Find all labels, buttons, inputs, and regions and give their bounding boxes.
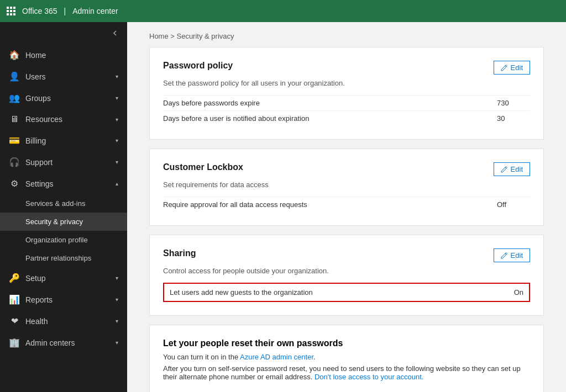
password-notify-row: Days before a user is notified about exp… [163,110,530,126]
sharing-highlighted-row: Let users add new guests to the organiza… [163,283,530,302]
password-policy-subtitle: Set the password policy for all users in… [163,79,530,87]
chevron-down-icon: ▾ [116,318,118,324]
chevron-down-icon: ▾ [116,137,118,144]
support-icon: 🎧 [9,157,20,167]
app-name[interactable]: Office 365 [22,7,57,15]
sidebar-item-label: Resources [25,115,110,124]
sidebar-item-health[interactable]: ❤ Health ▾ [0,310,127,332]
password-policy-card: Password policy Edit Set the password po… [149,47,544,140]
sidebar-item-label: Reports [25,295,110,304]
sidebar-item-resources[interactable]: 🖥 Resources ▾ [0,109,127,130]
security-privacy-label: Security & privacy [25,218,83,226]
chevron-down-icon: ▾ [116,275,118,281]
edit-pencil-icon [501,166,508,173]
groups-icon: 👥 [9,93,20,103]
reset-passwords-text2: After you turn on self-service password … [163,364,530,381]
dont-lose-access-link[interactable]: Don't lose access to your account. [315,373,424,381]
sidebar-subitem-services-addins[interactable]: Services & add-ins [0,194,127,213]
customer-lockbox-title: Customer Lockbox [163,162,243,172]
sidebar-item-users[interactable]: 👤 Users ▾ [0,66,127,87]
edit-pencil-icon [501,252,508,259]
sidebar-subitem-security-privacy[interactable]: Security & privacy [0,213,127,231]
sidebar-item-label: Setup [25,274,110,283]
sidebar-item-admin-centers[interactable]: 🏢 Admin centers ▾ [0,332,127,353]
reset-passwords-text1: You can turn it on in the Azure AD admin… [163,353,530,361]
sidebar-item-label: Support [25,158,110,167]
password-policy-title: Password policy [163,61,233,71]
sidebar-item-groups[interactable]: 👥 Groups ▾ [0,87,127,109]
sidebar-item-label: Groups [25,94,110,103]
edit-label: Edit [511,165,523,173]
svg-line-2 [505,253,506,255]
org-profile-label: Organization profile [25,236,88,244]
self-service-passwords-card: Let your people reset their own password… [149,325,544,392]
sidebar-item-home[interactable]: 🏠 Home [0,44,127,66]
chevron-down-icon: ▾ [116,159,118,165]
sharing-edit-button[interactable]: Edit [494,248,530,262]
customer-lockbox-edit-button[interactable]: Edit [494,162,530,176]
sidebar-item-label: Users [25,72,110,81]
data-access-row: Require approval for all data access req… [163,197,530,212]
users-icon: 👤 [9,71,20,82]
breadcrumb: Home > Security & privacy [127,22,566,47]
admin-centers-icon: 🏢 [9,337,20,348]
admin-center-label: Admin center [72,7,118,15]
reset-passwords-title: Let your people reset their own password… [163,338,530,348]
password-notify-value: 30 [497,114,530,123]
sidebar-subitem-partner-relationships[interactable]: Partner relationships [0,249,127,267]
guests-label: Let users add new guests to the organiza… [170,288,514,296]
chevron-down-icon: ▾ [116,340,118,346]
sidebar-item-reports[interactable]: 📊 Reports ▾ [0,289,127,310]
guests-value: On [514,288,523,296]
settings-icon: ⚙ [9,178,20,189]
chevron-down-icon: ▾ [116,296,118,303]
edit-pencil-icon [501,64,508,71]
sharing-card: Sharing Edit Control access for people o… [149,235,544,316]
sidebar-item-label: Billing [25,136,110,145]
billing-icon: 💳 [9,135,20,146]
sharing-title: Sharing [163,248,196,258]
sidebar-item-settings[interactable]: ⚙ Settings ▴ [0,173,127,194]
chevron-down-icon: ▾ [116,116,118,123]
chevron-down-icon: ▾ [116,95,118,101]
azure-ad-link[interactable]: Azure AD admin center [240,353,313,361]
sidebar-item-label: Home [25,51,118,60]
sidebar-item-support[interactable]: 🎧 Support ▾ [0,151,127,173]
sidebar-collapse-button[interactable] [0,22,127,44]
reports-icon: 📊 [9,294,20,305]
sidebar: 🏠 Home 👤 Users ▾ 👥 Groups ▾ 🖥 Resources … [0,22,127,392]
resources-icon: 🖥 [9,114,20,124]
data-access-label: Require approval for all data access req… [163,200,497,209]
services-addins-label: Services & add-ins [25,199,85,208]
sidebar-item-billing[interactable]: 💳 Billing ▾ [0,130,127,151]
topbar: Office 365 | Admin center [0,0,566,22]
app-grid-icon[interactable] [7,7,15,15]
password-policy-edit-button[interactable]: Edit [494,61,530,75]
partner-relationships-label: Partner relationships [25,254,91,262]
edit-label: Edit [511,63,523,72]
home-icon: 🏠 [9,50,20,60]
topbar-divider: | [64,7,66,15]
sidebar-item-label: Settings [25,179,110,188]
password-expiry-value: 730 [497,99,530,107]
main-content: Home > Security & privacy Password polic… [127,22,566,392]
password-expiry-row: Days before passwords expire 730 [163,95,530,110]
password-expiry-label: Days before passwords expire [163,99,497,107]
reset-text-period: . [313,353,316,361]
sidebar-subitem-org-profile[interactable]: Organization profile [0,231,127,249]
customer-lockbox-card: Customer Lockbox Edit Set requirements f… [149,149,544,226]
sidebar-item-label: Admin centers [25,338,110,347]
data-access-value: Off [497,200,530,209]
sidebar-item-setup[interactable]: 🔑 Setup ▾ [0,267,127,289]
sharing-subtitle: Control access for people outside your o… [163,267,530,275]
setup-icon: 🔑 [9,273,20,283]
health-icon: ❤ [9,316,20,326]
edit-label: Edit [511,251,523,259]
chevron-down-icon: ▾ [116,73,118,80]
customer-lockbox-subtitle: Set requirements for data access [163,181,530,189]
password-notify-label: Days before a user is notified about exp… [163,114,497,123]
svg-line-0 [505,66,506,67]
sidebar-item-label: Health [25,317,110,326]
breadcrumb-text: Home > Security & privacy [149,32,234,40]
reset-text-part1: You can turn it on in the [163,353,238,361]
